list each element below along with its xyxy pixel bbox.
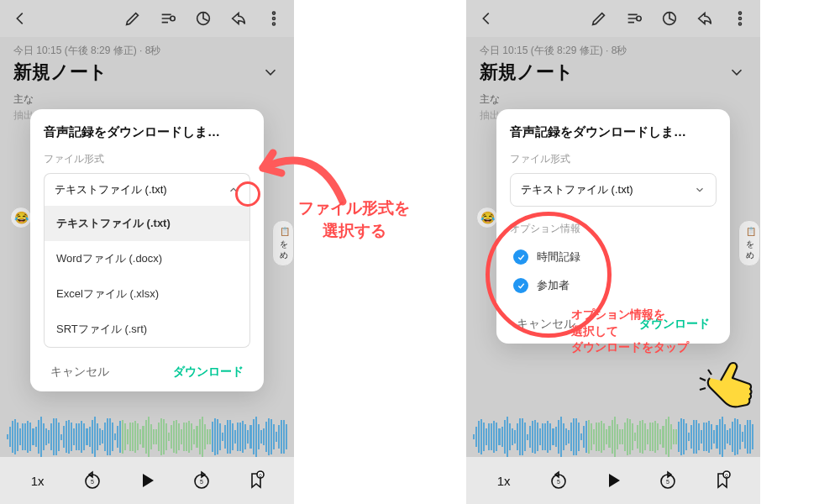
download-button[interactable]: ダウンロード (173, 365, 244, 380)
checkbox-checked-icon (513, 249, 528, 265)
forward-button[interactable]: 5 (188, 467, 215, 494)
option-txt[interactable]: テキストファイル (.txt) (45, 206, 249, 241)
option-time[interactable]: 時間記録 (510, 243, 717, 271)
format-label: ファイル形式 (510, 152, 717, 166)
options-label: オプション情報 (510, 222, 717, 236)
option-participant-label: 参加者 (537, 278, 570, 293)
format-selected: テキストファイル (.txt) (521, 182, 633, 197)
option-xlsx[interactable]: Excelファイル (.xlsx) (45, 276, 249, 312)
speed-button[interactable]: 1x (491, 467, 517, 494)
player: 1x 5 5 0 (0, 457, 294, 504)
annotation-2: オプション情報を 選択して ダウンロードをタップ (571, 307, 689, 356)
format-label: ファイル形式 (44, 152, 250, 166)
option-time-label: 時間記録 (537, 249, 580, 265)
svg-text:5: 5 (200, 479, 203, 485)
format-dropdown: テキストファイル (.txt) Wordファイル (.docx) Excelファ… (44, 206, 250, 348)
play-button[interactable] (600, 467, 627, 494)
chevron-down-icon (694, 184, 706, 196)
format-selected: テキストファイル (.txt) (55, 182, 167, 197)
annotation-1: ファイル形式を 選択する (298, 197, 410, 242)
speed-button[interactable]: 1x (24, 467, 51, 494)
svg-text:5: 5 (666, 479, 669, 485)
svg-text:5: 5 (91, 479, 94, 485)
format-select[interactable]: テキストファイル (.txt) (44, 173, 250, 206)
cancel-button[interactable]: キャンセル (50, 365, 109, 380)
waveform[interactable] (466, 417, 760, 457)
player: 1x 5 5 0 (466, 457, 760, 504)
option-srt[interactable]: SRTファイル (.srt) (45, 312, 249, 347)
rewind-button[interactable]: 5 (79, 467, 106, 494)
cancel-button[interactable]: キャンセル (517, 317, 575, 332)
svg-text:5: 5 (557, 479, 560, 485)
play-button[interactable] (134, 467, 160, 494)
modal-title: 音声記録をダウンロードしま… (510, 124, 717, 140)
format-select[interactable]: テキストファイル (.txt) (510, 173, 717, 207)
chevron-up-icon (228, 184, 239, 196)
option-participant[interactable]: 参加者 (510, 271, 717, 300)
phone-left: 今日 10:15 (午後 8:29 修正) · 8秒 新規ノート 主な抽出 😂 … (0, 0, 294, 504)
download-modal: 音声記録をダウンロードしま… ファイル形式 テキストファイル (.txt) テキ… (30, 109, 264, 391)
waveform[interactable] (0, 417, 294, 457)
option-docx[interactable]: Wordファイル (.docx) (45, 241, 249, 276)
bookmark-button[interactable]: 0 (709, 467, 736, 494)
forward-button[interactable]: 5 (654, 467, 681, 494)
rewind-button[interactable]: 5 (545, 467, 572, 494)
modal-title: 音声記録をダウンロードしま… (44, 124, 250, 140)
phone-right: 今日 10:15 (午後 8:29 修正) · 8秒 新規ノート 主な抽出 😂 … (466, 0, 760, 504)
bookmark-button[interactable]: 0 (243, 467, 270, 494)
checkbox-checked-icon (513, 278, 528, 293)
